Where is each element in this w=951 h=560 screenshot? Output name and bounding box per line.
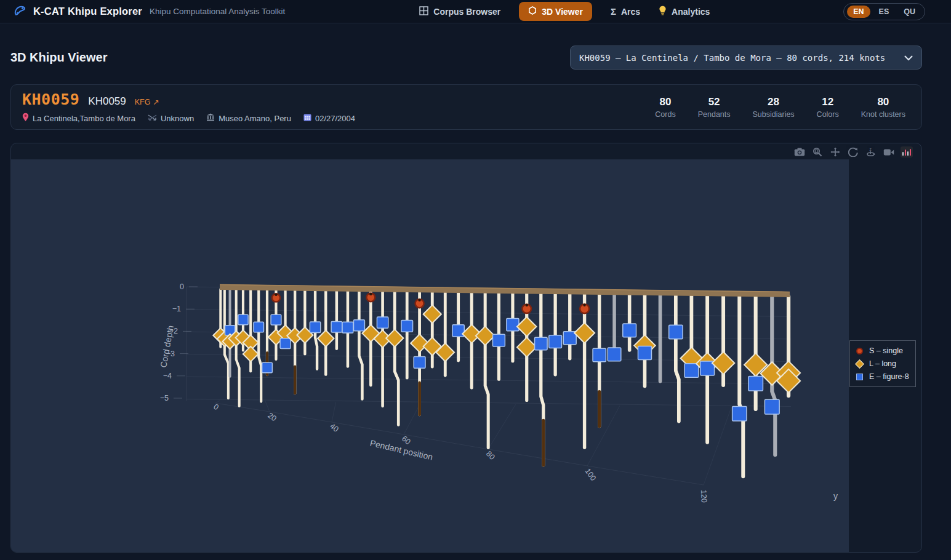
location-text: La Centinela,Tambo de Mora bbox=[33, 114, 135, 123]
legend-label: S – single bbox=[869, 346, 903, 355]
lang-es-button[interactable]: ES bbox=[873, 6, 896, 18]
pan-icon[interactable] bbox=[829, 146, 841, 158]
stat-colors: 12 Colors bbox=[817, 96, 839, 119]
svg-text:y: y bbox=[833, 491, 838, 501]
calendar-icon bbox=[303, 113, 311, 123]
stat-label: Pendants bbox=[698, 110, 731, 119]
orbit-rotation-icon[interactable] bbox=[847, 146, 859, 158]
single-knot-symbol bbox=[856, 348, 863, 354]
svg-text:−1: −1 bbox=[172, 305, 181, 313]
knot-logo-icon bbox=[12, 3, 27, 20]
stat-value: 80 bbox=[660, 96, 672, 108]
stat-pendants: 52 Pendants bbox=[698, 96, 731, 119]
legend-item-single[interactable]: S – single bbox=[856, 346, 909, 355]
zoom-icon[interactable] bbox=[811, 146, 824, 158]
date-text: 02/27/2004 bbox=[315, 114, 355, 123]
nav-label: 3D Viewer bbox=[542, 7, 583, 17]
stat-label: Subsidiaries bbox=[753, 110, 795, 119]
stat-subsidiaries: 28 Subsidiaries bbox=[753, 96, 795, 119]
language-switcher: EN ES QU bbox=[843, 3, 925, 20]
reset-camera-icon[interactable] bbox=[883, 146, 895, 158]
svg-text:−4: −4 bbox=[163, 372, 172, 380]
museum-text: Museo Amano, Peru bbox=[219, 114, 291, 123]
khipu-stats: 80 Cords 52 Pendants 28 Subsidiaries 12 … bbox=[655, 96, 905, 119]
svg-text:−5: −5 bbox=[160, 394, 169, 402]
stat-label: Colors bbox=[817, 110, 839, 119]
plot-modebar: z bbox=[793, 146, 913, 158]
nav-item-3d-viewer[interactable]: 3D Viewer bbox=[519, 2, 592, 21]
plot-card: z 0204060801001200−1−2−3−4−5Pendant posi… bbox=[10, 143, 922, 553]
nav-item-corpus-browser[interactable]: Corpus Browser bbox=[419, 6, 500, 17]
crossed-arrows-icon bbox=[148, 114, 157, 123]
long-knot-symbol bbox=[855, 359, 864, 369]
khipu-id: KH0059 bbox=[22, 90, 79, 108]
stat-value: 52 bbox=[708, 96, 720, 108]
plot-legend: S – single L – long E – figure-8 bbox=[849, 340, 916, 387]
nav-item-analytics[interactable]: Analytics bbox=[659, 6, 710, 17]
date-meta: 02/27/2004 bbox=[303, 113, 355, 123]
page-head: 3D Khipu Viewer KH0059 — La Centinela / … bbox=[0, 23, 951, 70]
lang-en-button[interactable]: EN bbox=[847, 6, 870, 18]
nav-label: Corpus Browser bbox=[433, 7, 500, 17]
stat-label: Knot clusters bbox=[861, 110, 905, 119]
stat-value: 28 bbox=[768, 96, 779, 108]
plotly-logo-icon[interactable] bbox=[901, 146, 913, 158]
map-pin-icon bbox=[22, 113, 29, 124]
legend-label: L – long bbox=[869, 359, 896, 368]
khipu-3d-canvas[interactable]: 0204060801001200−1−2−3−4−5Pendant positi… bbox=[11, 159, 849, 553]
khipu-selector[interactable]: KH0059 — La Centinela / Tambo de Mora — … bbox=[570, 46, 922, 70]
top-navbar: K-CAT Khipu Explorer Khipu Computational… bbox=[0, 0, 951, 23]
provenance-meta: Unknown bbox=[148, 114, 194, 123]
nav-item-arcs[interactable]: Σ Arcs bbox=[611, 6, 640, 17]
stat-knot-clusters: 80 Knot clusters bbox=[861, 96, 905, 119]
grid-icon bbox=[419, 6, 428, 17]
kfg-external-link[interactable]: KFG ↗ bbox=[135, 97, 159, 106]
svg-text:120: 120 bbox=[699, 490, 708, 503]
museum-building-icon bbox=[206, 113, 215, 123]
download-plot-icon[interactable] bbox=[793, 146, 806, 158]
stat-value: 80 bbox=[877, 96, 889, 108]
page-title: 3D Khipu Viewer bbox=[10, 50, 107, 65]
museum-meta: Museo Amano, Peru bbox=[206, 113, 291, 123]
hexagon-icon bbox=[528, 6, 537, 17]
legend-item-long[interactable]: L – long bbox=[856, 359, 909, 368]
location-meta: La Centinela,Tambo de Mora bbox=[22, 113, 135, 124]
chevron-down-icon bbox=[904, 52, 913, 63]
legend-item-figure8[interactable]: E – figure-8 bbox=[856, 372, 909, 381]
app-subtitle: Khipu Computational Analysis Toolkit bbox=[150, 7, 285, 16]
khipu-identity: KH0059 KH0059 KFG ↗ La Centinela,Tambo d… bbox=[22, 90, 355, 124]
provenance-text: Unknown bbox=[161, 114, 194, 123]
nav-menu: Corpus Browser 3D Viewer Σ Arcs Analytic… bbox=[419, 2, 710, 21]
stat-cords: 80 Cords bbox=[655, 96, 675, 119]
lang-qu-button[interactable]: QU bbox=[897, 6, 921, 18]
legend-label: E – figure-8 bbox=[869, 372, 909, 381]
stat-value: 12 bbox=[822, 96, 833, 108]
khipu-name: KH0059 bbox=[88, 95, 126, 108]
nav-label: Analytics bbox=[672, 7, 710, 17]
svg-text:0: 0 bbox=[180, 282, 184, 291]
lightbulb-icon bbox=[659, 6, 667, 17]
svg-text:z: z bbox=[869, 147, 871, 151]
khipu-selector-value: KH0059 — La Centinela / Tambo de Mora — … bbox=[579, 53, 904, 63]
app-title: K-CAT Khipu Explorer bbox=[33, 6, 142, 17]
stat-label: Cords bbox=[655, 110, 675, 119]
figure8-knot-symbol bbox=[856, 374, 863, 380]
brand: K-CAT Khipu Explorer Khipu Computational… bbox=[12, 3, 285, 20]
khipu-info-card: KH0059 KH0059 KFG ↗ La Centinela,Tambo d… bbox=[10, 84, 922, 130]
nav-label: Arcs bbox=[621, 7, 640, 17]
turntable-rotation-icon[interactable]: z bbox=[865, 146, 877, 158]
khipu-meta: La Centinela,Tambo de Mora Unknown Museo… bbox=[22, 113, 355, 124]
sigma-icon: Σ bbox=[611, 6, 616, 17]
